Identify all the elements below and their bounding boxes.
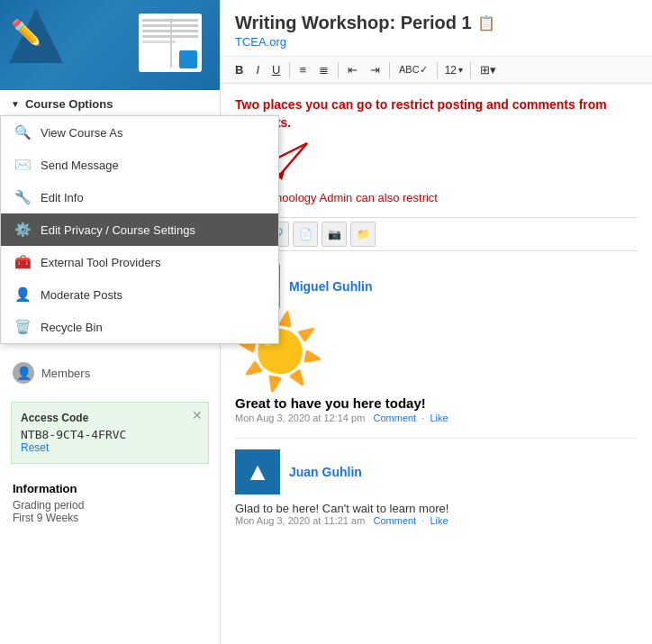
toolbar-separator-4 [437, 62, 438, 78]
sun-emoji: ☀️ [235, 316, 638, 388]
course-title: Writing Workshop: Period 1 📋 [235, 13, 638, 33]
wrench-icon: 🔧 [14, 188, 32, 206]
post-body-juan: Glad to be here! Can't wait to learn mor… [235, 502, 638, 515]
course-options-dropdown: 🔍 View Course As ✉️ Send Message 🔧 Edit … [0, 115, 279, 344]
font-size-dropdown[interactable]: 12 ▾ [441, 62, 466, 78]
menu-item-edit-info[interactable]: 🔧 Edit Info [1, 181, 278, 213]
menu-label-moderate-posts: Moderate Posts [41, 288, 122, 302]
toolbar-separator-3 [389, 62, 390, 78]
menu-item-edit-privacy[interactable]: ⚙️ Edit Privacy / Course Settings [1, 213, 278, 246]
menu-item-recycle-bin[interactable]: 🗑️ Recycle Bin [1, 311, 278, 343]
content-area: Two places you can go to restrict postin… [221, 84, 652, 644]
font-size-arrow-icon: ▾ [458, 65, 463, 75]
members-icon: 👤 [13, 362, 34, 384]
svg-line-2 [280, 143, 307, 175]
post-timestamp-miguel: Mon Aug 3, 2020 at 12:14 pm [235, 413, 365, 423]
grading-period-value: First 9 Weeks [13, 512, 207, 524]
course-banner: ✏️ [0, 0, 220, 90]
course-title-text: Writing Workshop: Period 1 [235, 13, 472, 33]
access-code-value: NTB8-9CT4-4FRVC [21, 428, 199, 441]
menu-item-moderate-posts[interactable]: 👤 Moderate Posts [1, 278, 278, 311]
course-header: Writing Workshop: Period 1 📋 TCEA.org [221, 0, 652, 57]
like-link-juan[interactable]: Like [430, 515, 448, 526]
information-section: Information Grading period First 9 Weeks [0, 473, 220, 533]
banner-book-icon [139, 14, 202, 72]
menu-item-external-tool[interactable]: 🧰 External Tool Providers [1, 246, 278, 278]
post-meta-miguel: Mon Aug 3, 2020 at 12:14 pm Comment · Li… [235, 413, 638, 423]
menu-item-view-course-as[interactable]: 🔍 View Course As [1, 116, 278, 149]
menu-label-edit-info: Edit Info [41, 191, 84, 204]
content-tool-5[interactable]: 📁 [350, 222, 376, 247]
author-name-miguel: Miguel Guhlin [289, 279, 373, 294]
access-code-title: Access Code [21, 412, 199, 424]
toolbar-separator-1 [289, 62, 290, 78]
settings-icon: ⚙️ [14, 221, 32, 239]
indent-button[interactable]: ⇥ [365, 60, 385, 79]
post-meta-juan: Mon Aug 3, 2020 at 11:21 am Comment · Li… [235, 515, 638, 526]
reset-access-code-button[interactable]: Reset [21, 441, 199, 454]
access-code-box: Access Code ✕ NTB8-9CT4-4FRVC Reset [11, 402, 209, 464]
underline-button[interactable]: U [267, 60, 285, 79]
toolbox-icon: 🧰 [14, 253, 32, 271]
menu-label-send-message: Send Message [41, 159, 119, 172]
menu-label-edit-privacy: Edit Privacy / Course Settings [41, 223, 195, 237]
unordered-list-button[interactable]: ≡ [294, 60, 312, 79]
rich-text-toolbar: B I U ≡ ≣ ⇤ ⇥ ABC✓ 12 ▾ ⊞▾ [221, 57, 652, 84]
post-item-miguel: 👨 Miguel Guhlin ☀️ Great to have you her… [235, 264, 638, 423]
comment-link-juan[interactable]: Comment [374, 515, 417, 526]
content-tool-4[interactable]: 📷 [321, 222, 347, 247]
more-options-button[interactable]: ⊞▾ [475, 60, 502, 79]
post-divider [235, 438, 638, 439]
menu-label-external-tool: External Tool Providers [41, 256, 160, 269]
members-row[interactable]: 👤 Members [0, 353, 220, 393]
outdent-button[interactable]: ⇤ [342, 60, 363, 79]
like-link-miguel[interactable]: Like [430, 413, 448, 423]
annotation-text-2: Your Schoology Admin can also restrict [235, 190, 638, 206]
content-toolbar: 📄 🔗 📄 📷 📁 [235, 217, 638, 251]
user-icon: 👤 [14, 286, 32, 304]
avatar-juan: ▲ [235, 449, 280, 494]
main-content: Writing Workshop: Period 1 📋 TCEA.org B … [221, 0, 652, 644]
email-icon: ✉️ [14, 156, 32, 174]
information-title: Information [13, 482, 207, 495]
post-timestamp-juan: Mon Aug 3, 2020 at 11:21 am [235, 515, 365, 526]
bold-button[interactable]: B [230, 60, 249, 79]
post-author-juan: ▲ Juan Guhlin [235, 449, 638, 494]
search-icon: 🔍 [14, 123, 32, 141]
menu-label-view-course-as: View Course As [41, 126, 123, 140]
members-label: Members [41, 367, 90, 380]
post-author-miguel: 👨 Miguel Guhlin [235, 264, 638, 309]
annotation-text-1: Two places you can go to restrict postin… [235, 96, 638, 132]
menu-label-recycle-bin: Recycle Bin [41, 321, 103, 334]
italic-button[interactable]: I [250, 60, 265, 79]
spell-check-button[interactable]: ABC✓ [394, 61, 433, 78]
comment-link-miguel[interactable]: Comment [374, 413, 417, 423]
grading-period-label: Grading period [13, 499, 207, 512]
font-size-value: 12 [445, 64, 457, 77]
ordered-list-button[interactable]: ≣ [313, 60, 334, 79]
course-subtitle: TCEA.org [235, 35, 638, 49]
trash-icon: 🗑️ [14, 318, 32, 336]
course-doc-icon: 📋 [477, 14, 495, 32]
sidebar: ✏️ ▼ Course Options 🔍 View Course As ✉️ … [0, 0, 221, 644]
close-access-code-button[interactable]: ✕ [192, 408, 203, 422]
menu-item-send-message[interactable]: ✉️ Send Message [1, 149, 278, 181]
collapse-arrow-icon: ▼ [11, 99, 20, 109]
post-item-juan: ▲ Juan Guhlin Glad to be here! Can't wai… [235, 449, 638, 526]
toolbar-separator-2 [338, 62, 339, 78]
author-name-juan: Juan Guhlin [289, 465, 362, 479]
content-tool-3[interactable]: 📄 [293, 222, 318, 247]
post-title-miguel: Great to have you here today! [235, 395, 638, 411]
toolbar-separator-5 [470, 62, 471, 78]
course-options-label: Course Options [25, 97, 113, 111]
